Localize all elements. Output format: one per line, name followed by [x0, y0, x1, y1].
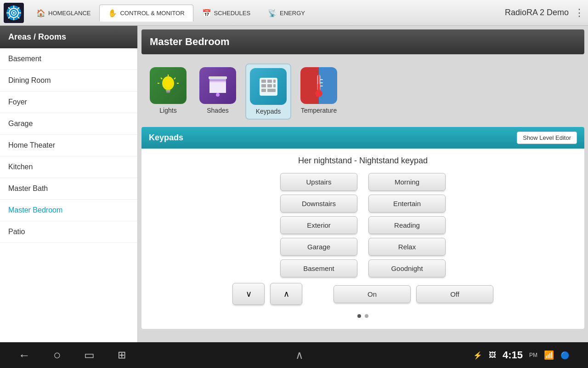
chevron-down-icon: ∨	[246, 289, 252, 299]
apps-button[interactable]: ⊞	[118, 349, 126, 361]
nav-down-button[interactable]: ∨	[232, 283, 265, 305]
app-menu-button[interactable]: ⋮	[574, 7, 584, 19]
page-dot-1	[357, 314, 361, 318]
home-icon: 🏠	[36, 9, 45, 17]
svg-rect-32	[267, 84, 272, 87]
android-bar-center: ∧	[295, 349, 304, 362]
keypads-label: Keypads	[256, 108, 281, 115]
chevron-up-icon: ∧	[283, 289, 289, 299]
shades-label: Shades	[207, 107, 228, 114]
calendar-icon: 📅	[202, 9, 211, 17]
keypad-btn-exterior[interactable]: Exterior	[280, 216, 357, 234]
keypad-btn-garage[interactable]: Garage	[280, 238, 357, 256]
tab-control-monitor[interactable]: ✋ CONTROL & MONITOR	[99, 5, 193, 22]
sidebar-item-garage[interactable]: Garage	[0, 113, 137, 135]
temp-icon-img	[300, 67, 337, 104]
android-nav-buttons: ← ○ ▭ ⊞	[18, 348, 126, 362]
sidebar-item-dining[interactable]: Dining Room	[0, 70, 137, 92]
sidebar-item-master-bedroom[interactable]: Master Bedroom	[0, 200, 137, 221]
status-time: 4:15	[503, 349, 523, 361]
keypad-btn-relax[interactable]: Relax	[368, 238, 446, 256]
status-ampm: PM	[529, 352, 537, 358]
temperature-label: Temperature	[301, 107, 337, 114]
keypad-btn-downstairs[interactable]: Downstairs	[280, 195, 357, 213]
svg-rect-14	[166, 92, 170, 93]
sidebar-header: Areas / Rooms	[0, 26, 137, 48]
signal-icon: 🔵	[560, 351, 570, 360]
category-shades[interactable]: Shades	[196, 63, 240, 120]
android-bottom-bar: ← ○ ▭ ⊞ ∧ ⚡ 🖼 4:15 PM 📶 🔵	[0, 342, 588, 368]
svg-rect-28	[261, 80, 266, 83]
keypads-panel-header: Keypads Show Level Editor	[141, 127, 584, 149]
tab-schedules[interactable]: 📅 SCHEDULES	[193, 5, 259, 21]
svg-rect-30	[273, 80, 276, 83]
svg-rect-34	[261, 89, 266, 92]
usb-icon: ⚡	[473, 351, 482, 360]
keypad-right-column: Morning Entertain Reading Relax Goodnigh…	[368, 173, 446, 277]
chevron-up-center-icon: ∧	[295, 349, 304, 362]
recents-button[interactable]: ▭	[84, 349, 95, 362]
category-temperature[interactable]: Temperature	[297, 63, 341, 120]
svg-point-15	[164, 80, 172, 87]
keypads-icon-img	[250, 68, 287, 105]
image-icon: 🖼	[489, 351, 496, 359]
svg-rect-26	[217, 93, 219, 95]
back-button[interactable]: ←	[18, 348, 30, 362]
home-button[interactable]: ○	[53, 348, 61, 362]
keypads-panel: Keypads Show Level Editor Her nightstand…	[141, 127, 584, 329]
sidebar-item-foyer[interactable]: Foyer	[0, 92, 137, 113]
app-title: RadioRA 2 Demo	[505, 8, 569, 17]
keypad-btn-basement[interactable]: Basement	[280, 259, 357, 277]
page-dots	[153, 310, 573, 322]
keypad-btn-off[interactable]: Off	[416, 285, 493, 303]
tab-energy[interactable]: 📡 ENERGY	[259, 5, 314, 21]
svg-rect-21	[209, 76, 227, 79]
main-layout: Areas / Rooms Basement Dining Room Foyer…	[0, 26, 588, 342]
keypad-name: Her nightstand - Nightstand keypad	[153, 156, 573, 166]
keypad-btn-morning[interactable]: Morning	[368, 173, 446, 191]
android-status-bar: ⚡ 🖼 4:15 PM 📶 🔵	[473, 349, 570, 361]
svg-line-17	[174, 78, 175, 79]
svg-rect-29	[267, 80, 272, 83]
tab-homeglance[interactable]: 🏠 HOMEGLANCE	[28, 5, 99, 21]
keypad-content: Her nightstand - Nightstand keypad Upsta…	[141, 149, 584, 329]
lights-label: Lights	[159, 107, 176, 114]
app-logo	[4, 3, 24, 23]
svg-rect-35	[267, 89, 276, 92]
keypad-btn-goodnight[interactable]: Goodnight	[368, 259, 446, 277]
nav-tabs: 🏠 HOMEGLANCE ✋ CONTROL & MONITOR 📅 SCHED…	[28, 5, 505, 21]
hand-icon: ✋	[108, 9, 117, 17]
svg-rect-39	[318, 75, 319, 94]
sidebar-item-kitchen[interactable]: Kitchen	[0, 156, 137, 178]
svg-rect-33	[273, 84, 276, 87]
shades-icon-img	[199, 67, 236, 104]
sidebar-item-patio[interactable]: Patio	[0, 221, 137, 243]
show-level-editor-button[interactable]: Show Level Editor	[517, 132, 577, 144]
category-keypads[interactable]: Keypads	[245, 63, 291, 120]
energy-icon: 📡	[268, 9, 277, 17]
svg-rect-24	[209, 81, 226, 83]
svg-rect-23	[209, 79, 226, 81]
keypads-title: Keypads	[149, 133, 183, 143]
svg-line-19	[161, 78, 162, 79]
svg-point-3	[13, 12, 15, 14]
wifi-icon: 📶	[544, 350, 554, 360]
svg-rect-31	[261, 84, 266, 87]
nav-up-button[interactable]: ∧	[270, 283, 302, 305]
keypad-btn-reading[interactable]: Reading	[368, 216, 446, 234]
top-right: RadioRA 2 Demo ⋮	[505, 7, 584, 19]
keypad-buttons-layout: Upstairs Downstairs Exterior Garage Base…	[153, 173, 573, 277]
top-bar: 🏠 HOMEGLANCE ✋ CONTROL & MONITOR 📅 SCHED…	[0, 0, 588, 26]
sidebar-item-master-bath[interactable]: Master Bath	[0, 178, 137, 200]
category-icons: Lights Shades	[138, 58, 588, 125]
keypad-btn-on[interactable]: On	[334, 285, 411, 303]
sidebar-item-home-theater[interactable]: Home Theater	[0, 135, 137, 156]
content-area: Master Bedroom	[138, 26, 588, 342]
category-lights[interactable]: Lights	[146, 63, 190, 120]
room-header: Master Bedroom	[141, 29, 584, 54]
sidebar: Areas / Rooms Basement Dining Room Foyer…	[0, 26, 138, 342]
sidebar-item-basement[interactable]: Basement	[0, 48, 137, 70]
keypad-btn-entertain[interactable]: Entertain	[368, 195, 446, 213]
svg-rect-13	[166, 90, 170, 92]
keypad-btn-upstairs[interactable]: Upstairs	[280, 173, 357, 191]
